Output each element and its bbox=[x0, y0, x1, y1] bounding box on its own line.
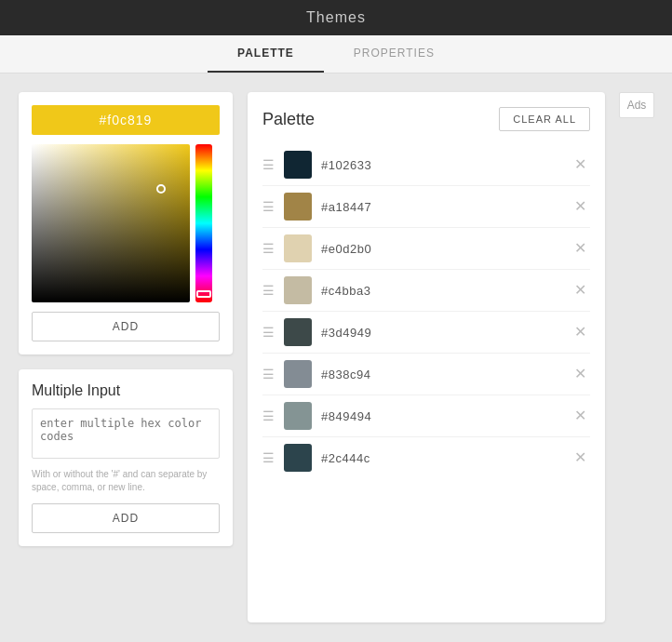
palette-swatch[interactable] bbox=[284, 402, 312, 430]
drag-handle-icon[interactable]: ☰ bbox=[262, 283, 275, 298]
remove-color-button[interactable]: ✕ bbox=[571, 155, 590, 174]
palette-header: Palette CLEAR ALL bbox=[262, 107, 590, 131]
drag-handle-icon[interactable]: ☰ bbox=[262, 157, 275, 172]
remove-color-button[interactable]: ✕ bbox=[571, 448, 590, 467]
palette-hex-label: #c4bba3 bbox=[321, 284, 561, 298]
app-title-bar: Themes bbox=[0, 0, 672, 35]
color-add-button[interactable]: ADD bbox=[32, 312, 220, 341]
palette-row: ☰ #3d4949 ✕ bbox=[262, 312, 590, 354]
drag-handle-icon[interactable]: ☰ bbox=[262, 408, 275, 423]
hue-handle bbox=[196, 290, 211, 298]
color-hex-display: #f0c819 bbox=[32, 105, 220, 135]
drag-handle-icon[interactable]: ☰ bbox=[262, 199, 275, 214]
palette-swatch[interactable] bbox=[284, 193, 312, 221]
remove-color-button[interactable]: ✕ bbox=[571, 323, 590, 341]
remove-color-button[interactable]: ✕ bbox=[571, 407, 590, 425]
tab-properties[interactable]: PROPERTIES bbox=[324, 35, 464, 73]
picker-area bbox=[32, 144, 220, 302]
palette-hex-label: #3d4949 bbox=[321, 326, 561, 340]
multiple-add-button[interactable]: ADD bbox=[32, 503, 220, 533]
palette-swatch[interactable] bbox=[284, 318, 312, 346]
palette-row: ☰ #2c444c ✕ bbox=[262, 437, 590, 478]
palette-hex-label: #849494 bbox=[321, 409, 561, 423]
remove-color-button[interactable]: ✕ bbox=[571, 281, 590, 300]
tab-bar: PALETTE PROPERTIES bbox=[0, 35, 672, 74]
color-gradient-canvas[interactable] bbox=[32, 144, 190, 302]
tab-palette[interactable]: PALETTE bbox=[208, 35, 324, 73]
color-picker-card: #f0c819 ADD bbox=[19, 92, 233, 354]
ads-sidebar: Ads bbox=[620, 92, 653, 622]
palette-swatch[interactable] bbox=[284, 360, 312, 388]
drag-handle-icon[interactable]: ☰ bbox=[262, 450, 275, 465]
left-panel: #f0c819 ADD Multiple Input With or witho… bbox=[19, 92, 233, 622]
drag-handle-icon[interactable]: ☰ bbox=[262, 367, 275, 381]
palette-hex-label: #102633 bbox=[321, 158, 561, 172]
palette-row: ☰ #849494 ✕ bbox=[262, 395, 590, 437]
palette-hex-label: #2c444c bbox=[321, 451, 561, 465]
palette-swatch[interactable] bbox=[284, 276, 312, 304]
palette-hex-label: #838c94 bbox=[321, 368, 561, 381]
hue-slider[interactable] bbox=[195, 144, 212, 302]
palette-row: ☰ #838c94 ✕ bbox=[262, 354, 590, 395]
hex-textarea[interactable] bbox=[32, 408, 220, 459]
palette-row: ☰ #e0d2b0 ✕ bbox=[262, 228, 590, 270]
main-content: #f0c819 ADD Multiple Input With or witho… bbox=[0, 74, 672, 641]
palette-hex-label: #a18447 bbox=[321, 200, 561, 214]
multiple-input-hint: With or without the '#' and can separate… bbox=[32, 468, 220, 494]
palette-swatch[interactable] bbox=[284, 151, 312, 179]
gradient-handle bbox=[156, 184, 166, 194]
ads-label: Ads bbox=[619, 92, 655, 118]
drag-handle-icon[interactable]: ☰ bbox=[262, 325, 275, 340]
remove-color-button[interactable]: ✕ bbox=[571, 365, 590, 383]
palette-panel: Palette CLEAR ALL ☰ #102633 ✕ ☰ #a18447 … bbox=[248, 92, 605, 622]
palette-row: ☰ #a18447 ✕ bbox=[262, 186, 590, 228]
multiple-input-card: Multiple Input With or without the '#' a… bbox=[19, 369, 233, 546]
palette-swatch[interactable] bbox=[284, 234, 312, 262]
palette-row: ☰ #c4bba3 ✕ bbox=[262, 270, 590, 312]
remove-color-button[interactable]: ✕ bbox=[571, 239, 590, 258]
palette-hex-label: #e0d2b0 bbox=[321, 242, 561, 256]
drag-handle-icon[interactable]: ☰ bbox=[262, 241, 275, 256]
remove-color-button[interactable]: ✕ bbox=[571, 197, 590, 216]
clear-all-button[interactable]: CLEAR ALL bbox=[499, 107, 590, 131]
palette-row: ☰ #102633 ✕ bbox=[262, 144, 590, 186]
palette-title: Palette bbox=[262, 110, 315, 129]
multiple-input-title: Multiple Input bbox=[32, 382, 220, 399]
palette-list: ☰ #102633 ✕ ☰ #a18447 ✕ ☰ #e0d2b0 ✕ ☰ #c… bbox=[262, 144, 590, 478]
app-title: Themes bbox=[306, 9, 366, 25]
palette-swatch[interactable] bbox=[284, 444, 312, 472]
